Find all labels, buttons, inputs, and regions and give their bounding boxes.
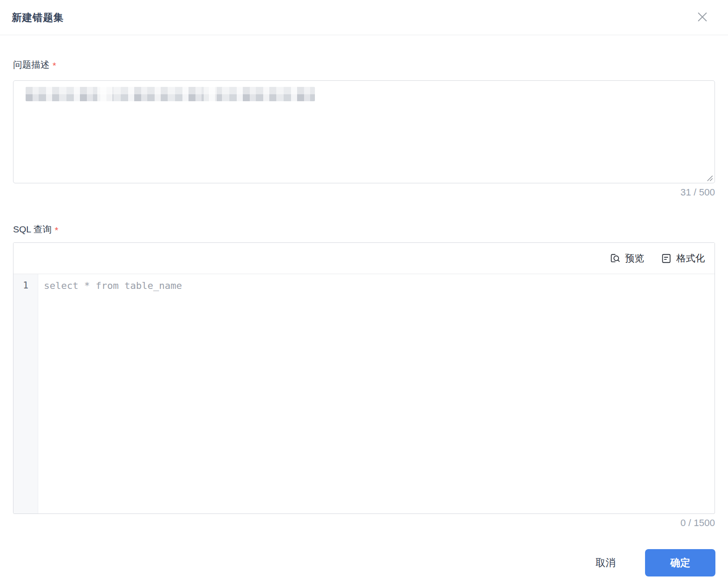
dialog-footer: 取消 确定 — [583, 549, 715, 576]
sql-label: SQL 查询 * — [13, 223, 715, 235]
code-content: select * from table_name — [38, 274, 715, 513]
cancel-button[interactable]: 取消 — [583, 550, 628, 576]
preview-button-label: 预览 — [625, 252, 644, 265]
dialog-header: 新建错题集 — [0, 0, 728, 35]
dialog-title: 新建错题集 — [12, 11, 64, 24]
sql-editor-toolbar: 预览 格式化 — [13, 243, 715, 274]
description-textarea[interactable] — [13, 80, 715, 183]
sql-code-input[interactable]: 1 select * from table_name — [13, 274, 715, 513]
description-redacted-value — [26, 87, 315, 101]
close-icon — [696, 11, 708, 23]
format-icon — [661, 253, 672, 264]
line-number-gutter: 1 — [13, 274, 38, 513]
sql-placeholder: select * from table_name — [44, 280, 182, 291]
close-button[interactable] — [695, 10, 710, 24]
sql-char-counter: 0 / 1500 — [13, 517, 715, 529]
dialog-body: 问题描述 * 31 / 500 SQL 查询 * — [0, 59, 728, 529]
required-asterisk: * — [55, 225, 58, 235]
create-error-set-dialog: 新建错题集 问题描述 * 31 / 500 — [0, 0, 728, 583]
confirm-button[interactable]: 确定 — [645, 549, 715, 576]
description-char-counter: 31 / 500 — [13, 187, 715, 198]
sql-editor: 预览 格式化 1 — [13, 242, 715, 514]
line-number: 1 — [13, 279, 38, 292]
preview-icon — [609, 253, 621, 264]
format-button-label: 格式化 — [676, 252, 705, 265]
sql-label-text: SQL 查询 — [13, 223, 52, 235]
textarea-resize-handle[interactable] — [706, 174, 713, 181]
preview-button[interactable]: 预览 — [609, 252, 644, 265]
description-label-text: 问题描述 — [13, 59, 50, 71]
format-button[interactable]: 格式化 — [661, 252, 705, 265]
description-label: 问题描述 * — [13, 59, 715, 71]
required-asterisk: * — [53, 60, 56, 71]
